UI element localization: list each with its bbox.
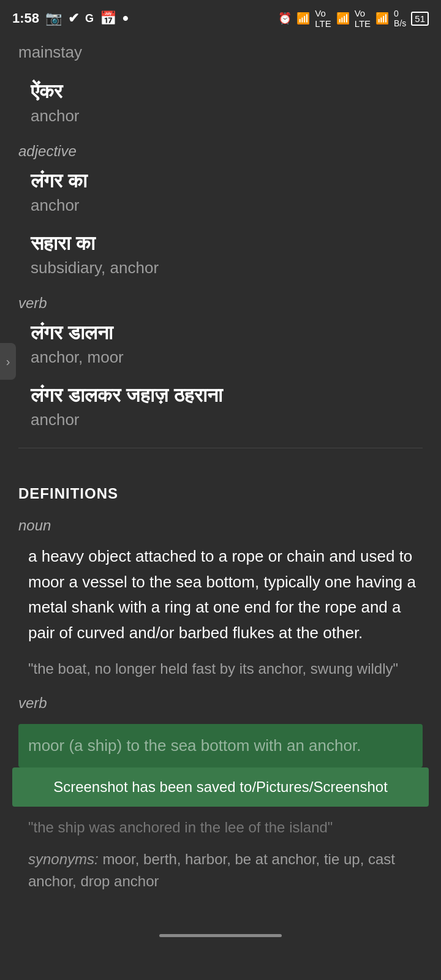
status-time-area: 1:58 📷 ✔ G 📅 • (12, 9, 129, 28)
signal1-icon: 📶 (336, 12, 350, 25)
pos-verb: verb (18, 295, 423, 312)
hindi-word-sahara-ka: सहारा का (31, 232, 423, 255)
shield-icon: ✔ (68, 10, 79, 26)
hindi-word-ankar: ऐंकर (31, 80, 423, 103)
english-sahara-ka: subsidiary, anchor (31, 258, 423, 277)
lte-label: VoLTE (315, 8, 331, 29)
data-usage: 0B/s (394, 9, 406, 28)
mainstay-label: mainstay (18, 37, 423, 80)
calendar-icon: 📅 (100, 10, 116, 26)
alarm-icon: ⏰ (278, 12, 292, 25)
wifi-icon: 📶 (296, 12, 310, 25)
home-bar (0, 923, 441, 948)
verb-definition-block: moor (a ship) to the sea bottom with an … (18, 724, 423, 807)
status-right-area: ⏰ 📶 VoLTE 📶 VoLTE 📶 0B/s 51 (278, 8, 429, 29)
definitions-title: DEFINITIONS (18, 485, 423, 502)
english-langar-ka: anchor (31, 196, 423, 215)
verb-entry-langar-dalkar: लंगर डालकर जहाज़ ठहराना anchor (18, 384, 423, 429)
verb-example-faded: "the ship was anchored in the lee of the… (18, 816, 423, 839)
adjective-entry-sahara-ka: सहारा का subsidiary, anchor (18, 232, 423, 277)
lte2-label: VoLTE (355, 8, 371, 29)
english-ankar: anchor (31, 107, 423, 126)
battery-icon: 51 (411, 12, 429, 26)
time-display: 1:58 (12, 10, 39, 26)
hindi-word-langar-dalna: लंगर डालना (31, 322, 423, 344)
definitions-section: DEFINITIONS noun a heavy object attached… (18, 467, 423, 892)
toast-notification: Screenshot has been saved to/Pictures/Sc… (12, 767, 429, 807)
def-example-noun: "the boat, no longer held fast by its an… (18, 658, 423, 680)
noun-entry-ankar: ऐंकर anchor (18, 80, 423, 126)
section-divider (18, 448, 423, 448)
signal2-icon: 📶 (375, 12, 389, 25)
synonyms-label: synonyms: (28, 851, 99, 867)
def-pos-noun: noun (18, 517, 423, 534)
english-langar-dalna: anchor, moor (31, 348, 423, 367)
synonyms-text: synonyms: moor, berth, harbor, be at anc… (18, 848, 423, 892)
camera-icon: 📷 (45, 10, 62, 26)
translate-icon: G (85, 12, 94, 25)
verb-entry-langar-dalna: लंगर डालना anchor, moor (18, 322, 423, 367)
hindi-word-langar-dalkar: लंगर डालकर जहाज़ ठहराना (31, 384, 423, 407)
adjective-entry-langar-ka: लंगर का anchor (18, 170, 423, 215)
hindi-word-langar-ka: लंगर का (31, 170, 423, 192)
status-bar: 1:58 📷 ✔ G 📅 • ⏰ 📶 VoLTE 📶 VoLTE 📶 0B/s … (0, 0, 441, 37)
dot-icon: • (123, 9, 129, 28)
home-bar-line (159, 934, 282, 937)
pos-adjective: adjective (18, 143, 423, 160)
def-pos-verb: verb (18, 695, 423, 712)
main-content: mainstay ऐंकर anchor adjective लंगर का a… (0, 37, 441, 911)
verb-def-highlight: moor (a ship) to the sea bottom with an … (18, 724, 423, 767)
english-langar-dalkar: anchor (31, 410, 423, 429)
def-text-noun: a heavy object attached to a rope or cha… (18, 544, 423, 646)
